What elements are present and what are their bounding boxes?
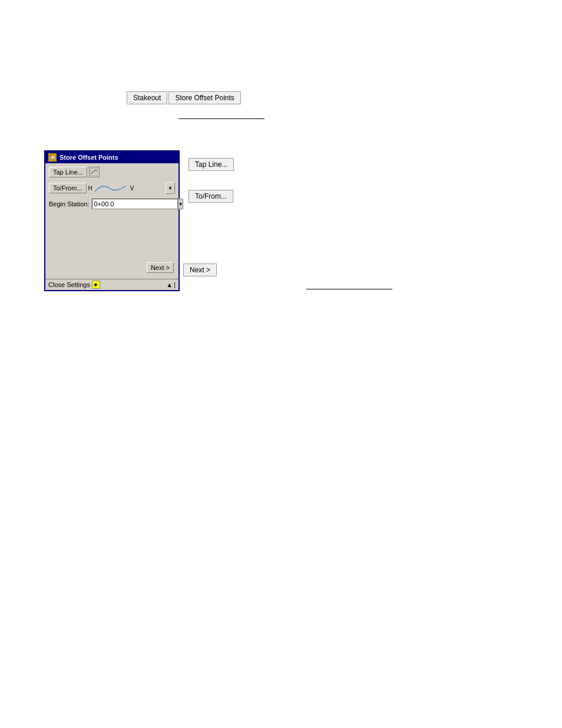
begin-station-label: Begin Station: [49,200,90,207]
begin-station-dropdown[interactable]: ▼ [178,199,184,209]
svg-rect-0 [91,169,98,176]
curve-icon-box[interactable] [89,167,100,177]
warning-icon[interactable]: ▲ [166,281,173,288]
close-settings-area: Close Settings ✱ [48,281,100,289]
tap-line-button[interactable]: Tap Line... [49,167,87,177]
to-from-button[interactable]: To/From... [49,183,87,193]
close-settings-label: Close Settings [48,281,90,288]
annotation-tap-line-button[interactable]: Tap Line... [189,158,234,171]
v-label: V [130,185,134,192]
begin-station-input[interactable] [92,199,178,209]
empty-content-area [49,213,175,260]
begin-station-row: Begin Station: ▼ [49,199,175,209]
to-from-curve-row: To/From... H V ▼ [49,180,175,196]
stakeout-tab[interactable]: Stakeout [127,91,167,104]
annotation-next-container: Next > [183,263,217,276]
annotation-next-underline [306,289,392,289]
top-tabs-container: Stakeout Store Offset Points [127,91,241,104]
annotation-to-from-button[interactable]: To/From... [189,190,233,203]
next-button[interactable]: Next > [147,262,174,273]
status-icons-area: ▲ | [166,281,176,288]
annotation-next-button[interactable]: Next > [183,263,217,276]
tab-active-underline [178,118,265,119]
curve-preview-area: H V [88,180,164,196]
store-offset-points-tab[interactable]: Store Offset Points [168,91,241,104]
dialog-statusbar: Close Settings ✱ ▲ | [45,279,178,290]
annotation-to-from-container: To/From... [189,190,233,203]
tap-line-row: Tap Line... [49,167,175,177]
settings-icon[interactable]: ✱ [92,281,100,289]
dialog-body: Tap Line... To/From... H [45,163,178,279]
view-dropdown-button[interactable]: ▼ [166,182,175,194]
dialog-title: Store Offset Points [59,154,118,161]
dialog-titlebar: 🏠 Store Offset Points [45,151,178,163]
annotation-tap-line-container: Tap Line... [189,158,234,171]
curve-preview-svg [94,180,129,196]
begin-station-dropdown-arrow: ▼ [178,202,183,207]
h-label: H [88,185,92,192]
curve-icon [90,168,98,176]
status-dash: | [174,281,176,288]
store-offset-points-dialog: 🏠 Store Offset Points Tap Line... To/Fro… [44,150,180,291]
dropdown-arrow-icon: ▼ [168,186,173,191]
dialog-titlebar-icon: 🏠 [48,153,57,162]
next-button-row: Next > [49,260,175,275]
